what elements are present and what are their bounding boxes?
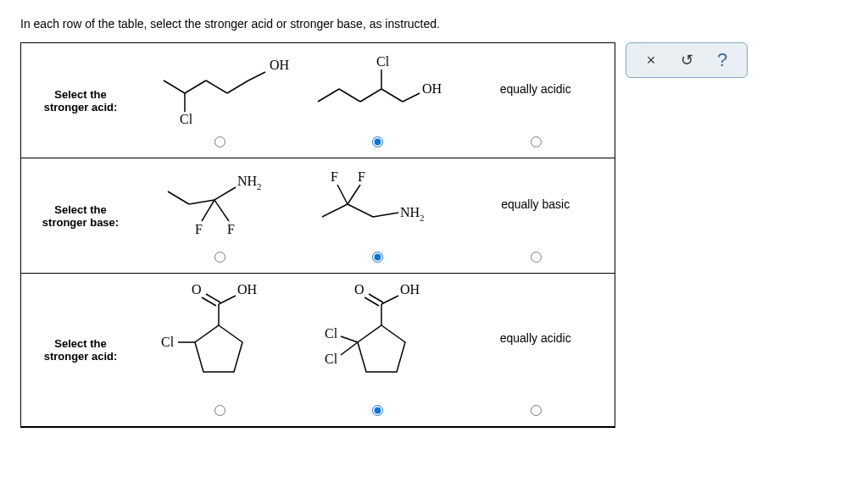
svg-line-32	[381, 296, 398, 304]
svg-line-26	[219, 296, 236, 304]
molecule-r3b: O OH Cl Cl	[309, 279, 445, 397]
svg-line-12	[168, 191, 189, 204]
reset-button[interactable]: ↺	[669, 48, 704, 72]
oh-label: OH	[422, 81, 442, 96]
o-label: O	[192, 282, 202, 297]
content-row: Select the stronger acid: OH Cl	[20, 42, 848, 428]
row1-mol-b: Cl OH	[298, 43, 457, 158]
row3-label: Select the stronger acid:	[21, 274, 140, 427]
svg-line-15	[202, 200, 214, 221]
row1-label: Select the stronger acid:	[21, 43, 140, 158]
row1-mol-a: OH Cl	[140, 43, 298, 158]
nh2-label: NH2	[237, 174, 262, 191]
equally-basic-label: equally basic	[501, 197, 570, 211]
row3-radio-eq[interactable]	[531, 405, 542, 416]
molecule-r1b: Cl OH	[305, 51, 449, 127]
row2-radio-eq[interactable]	[531, 252, 542, 263]
row3-eq: equally acidic	[456, 274, 615, 427]
cl-label: Cl	[376, 54, 390, 69]
row2-radio-b[interactable]	[372, 252, 383, 263]
reset-icon: ↺	[681, 51, 693, 69]
cl-label: Cl	[161, 335, 175, 349]
row3-radio-b[interactable]	[372, 405, 383, 416]
f-label: F	[358, 169, 365, 184]
svg-line-8	[360, 89, 381, 102]
svg-line-19	[373, 213, 398, 217]
equally-acidic-label: equally acidic	[500, 82, 571, 96]
acid-base-table: Select the stronger acid: OH Cl	[20, 42, 615, 428]
svg-line-18	[348, 204, 373, 217]
row2-eq: equally basic	[456, 158, 615, 274]
svg-line-7	[339, 89, 360, 102]
svg-line-20	[337, 185, 348, 204]
row1-radio-eq[interactable]	[531, 136, 542, 147]
svg-line-21	[348, 185, 360, 204]
svg-line-0	[164, 80, 185, 93]
instruction-text: In each row of the table, select the str…	[20, 17, 848, 30]
help-icon: ?	[717, 49, 727, 71]
row2-mol-a: NH2 F F	[140, 158, 298, 274]
o-label: O	[354, 282, 364, 297]
row2-radio-a[interactable]	[214, 252, 225, 263]
svg-line-10	[403, 93, 420, 102]
row2-label: Select the stronger base:	[21, 158, 140, 274]
svg-line-14	[214, 187, 236, 200]
svg-line-6	[318, 89, 339, 102]
cl-label: Cl	[325, 326, 338, 341]
f-label: F	[195, 222, 203, 236]
svg-line-13	[189, 200, 214, 204]
row3-mol-b: O OH Cl Cl	[298, 274, 457, 427]
svg-line-9	[381, 89, 403, 102]
equally-acidic-label: equally acidic	[500, 331, 571, 345]
row2-mol-b: F F NH2	[298, 158, 457, 274]
svg-line-33	[341, 336, 358, 342]
help-button[interactable]: ?	[704, 48, 740, 72]
oh-label: OH	[400, 282, 420, 297]
svg-line-16	[214, 200, 229, 221]
toolbar: × ↺ ?	[626, 42, 748, 78]
svg-marker-28	[358, 325, 405, 372]
row1-radio-a[interactable]	[214, 136, 225, 147]
cl-label: Cl	[180, 112, 193, 126]
close-icon: ×	[647, 52, 656, 69]
row3-mol-a: O OH Cl	[140, 274, 298, 427]
f-label: F	[227, 222, 235, 236]
svg-line-34	[341, 342, 358, 355]
svg-line-2	[206, 80, 227, 93]
molecule-r2a: NH2 F F	[151, 166, 287, 242]
oh-label: OH	[270, 58, 290, 72]
molecule-r3a: O OH Cl	[151, 279, 287, 397]
svg-line-4	[248, 72, 265, 80]
svg-line-17	[322, 204, 348, 217]
svg-line-3	[227, 80, 248, 93]
svg-line-1	[185, 80, 206, 93]
f-label: F	[331, 169, 338, 184]
svg-marker-22	[195, 325, 242, 372]
row3-radio-a[interactable]	[214, 405, 225, 416]
molecule-r1a: OH Cl	[147, 51, 291, 127]
row1-eq: equally acidic	[456, 43, 615, 158]
close-button[interactable]: ×	[633, 48, 669, 72]
row1-radio-b[interactable]	[372, 136, 383, 147]
cl-label: Cl	[325, 352, 338, 366]
nh2-label: NH2	[400, 205, 425, 223]
molecule-r2b: F F NH2	[305, 166, 449, 242]
oh-label: OH	[237, 282, 258, 297]
